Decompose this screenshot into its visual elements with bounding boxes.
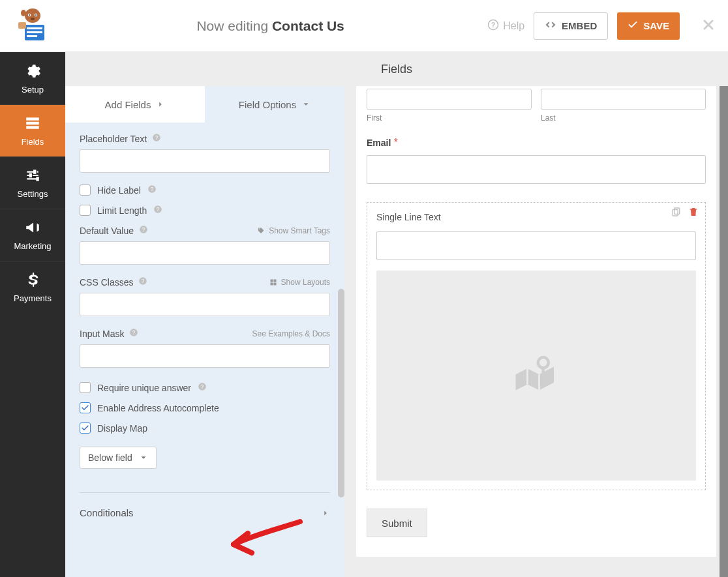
svg-rect-33: [273, 282, 276, 285]
selected-field-label: Single Line Text: [376, 212, 696, 222]
svg-rect-10: [27, 35, 37, 37]
svg-text:?: ?: [142, 278, 145, 284]
last-sublabel: Last: [541, 113, 706, 123]
editing-title: Now editing Contact Us: [53, 18, 487, 34]
save-button[interactable]: SAVE: [617, 12, 680, 40]
form-preview: First Last Email * Single Line Text: [344, 86, 728, 577]
svg-point-0: [25, 8, 40, 23]
check-icon: [628, 20, 638, 32]
panel-tabs: Add Fields Field Options: [65, 86, 344, 123]
nav-label-payments: Payments: [14, 293, 52, 303]
duplicate-icon[interactable]: [671, 207, 682, 217]
row-hide-label: Hide Label ?: [80, 185, 330, 196]
chevron-right-icon: [321, 509, 330, 518]
require-unique-text: Require unique answer: [97, 383, 191, 393]
conditionals-section[interactable]: Conditionals: [80, 493, 330, 525]
enable-autocomplete-checkbox[interactable]: [80, 402, 91, 413]
panel-scrollbar[interactable]: [338, 289, 344, 497]
nav-item-settings[interactable]: Settings: [0, 156, 65, 209]
submit-button[interactable]: Submit: [367, 509, 427, 537]
preview-scrollbar[interactable]: [720, 86, 728, 577]
nav-item-marketing[interactable]: Marketing: [0, 209, 65, 261]
css-classes-input[interactable]: [80, 293, 330, 316]
options-panel: Add Fields Field Options Placeholder Tex…: [65, 86, 344, 577]
show-smart-tags-link[interactable]: Show Smart Tags: [257, 226, 330, 235]
show-layouts-link[interactable]: Show Layouts: [269, 278, 330, 287]
help-icon[interactable]: ?: [139, 225, 148, 236]
row-placeholder-text: Placeholder Text ?: [80, 133, 330, 173]
svg-text:?: ?: [155, 135, 159, 141]
enable-autocomplete-text: Enable Address Autocomplete: [97, 403, 219, 413]
tab-add-fields-label: Add Fields: [105, 99, 151, 110]
examples-docs-link[interactable]: See Examples & Docs: [252, 329, 330, 338]
nav-item-payments[interactable]: Payments: [0, 261, 65, 313]
editing-prefix: Now editing: [196, 18, 268, 33]
default-value-input[interactable]: [80, 241, 330, 265]
input-mask-input[interactable]: [80, 344, 330, 368]
help-icon: ?: [487, 19, 499, 33]
svg-point-3: [29, 14, 30, 16]
work-body: Add Fields Field Options Placeholder Tex…: [65, 86, 728, 577]
tab-field-options[interactable]: Field Options: [205, 86, 344, 123]
help-icon[interactable]: ?: [138, 276, 147, 288]
help-icon[interactable]: ?: [153, 205, 162, 216]
svg-rect-31: [273, 279, 276, 282]
row-limit-length: Limit Length ?: [80, 205, 330, 216]
display-map-checkbox[interactable]: [80, 422, 91, 434]
trash-icon[interactable]: [688, 207, 699, 217]
svg-point-5: [31, 18, 35, 20]
svg-text:?: ?: [132, 330, 136, 336]
smart-tags-label: Show Smart Tags: [269, 226, 330, 235]
selected-field-block[interactable]: Single Line Text: [367, 202, 706, 490]
help-label: Help: [503, 20, 524, 32]
row-require-unique: Require unique answer ?: [80, 382, 330, 393]
main-area: Setup Fields Settings Marketing Payments…: [0, 52, 728, 577]
email-input[interactable]: [367, 155, 706, 184]
row-input-mask: Input Mask ? See Examples & Docs: [80, 328, 330, 368]
display-map-text: Display Map: [97, 423, 147, 434]
help-icon[interactable]: ?: [198, 382, 207, 393]
conditionals-label: Conditionals: [80, 507, 134, 518]
row-css-classes: CSS Classes ? Show Layouts: [80, 276, 330, 316]
work-header: Fields: [65, 52, 728, 86]
help-link[interactable]: ? Help: [487, 19, 524, 33]
save-label: SAVE: [643, 20, 669, 31]
input-mask-label: Input Mask: [80, 329, 124, 339]
tab-add-fields[interactable]: Add Fields: [65, 86, 205, 123]
limit-length-checkbox[interactable]: [80, 205, 91, 216]
svg-text:?: ?: [151, 186, 154, 192]
limit-length-text: Limit Length: [97, 205, 147, 216]
embed-label: EMBED: [562, 20, 597, 31]
hide-label-checkbox[interactable]: [80, 185, 91, 196]
map-position-select[interactable]: Below field: [80, 447, 157, 469]
close-button[interactable]: [701, 17, 716, 35]
form-card: First Last Email * Single Line Text: [356, 86, 716, 557]
name-field-group: First Last: [367, 89, 706, 123]
first-sublabel: First: [367, 113, 532, 123]
default-value-label: Default Value: [80, 226, 134, 236]
last-name-input[interactable]: [541, 89, 706, 110]
field-actions: [671, 207, 699, 217]
nav-item-setup[interactable]: Setup: [0, 52, 65, 104]
nav-label-marketing: Marketing: [14, 241, 51, 251]
map-icon: [507, 346, 566, 405]
svg-rect-9: [27, 31, 42, 33]
first-name-input[interactable]: [367, 89, 532, 110]
svg-rect-19: [36, 177, 38, 181]
placeholder-text-input[interactable]: [80, 149, 330, 173]
email-label: Email: [367, 138, 391, 148]
tab-field-options-label: Field Options: [239, 99, 296, 110]
svg-rect-14: [26, 117, 39, 120]
help-icon[interactable]: ?: [129, 328, 138, 339]
chevron-right-icon: [156, 100, 165, 109]
svg-rect-39: [673, 210, 678, 216]
map-placeholder: [376, 271, 696, 481]
single-line-text-input[interactable]: [376, 231, 696, 260]
nav-item-fields[interactable]: Fields: [0, 104, 65, 156]
help-icon[interactable]: ?: [152, 133, 161, 144]
tag-icon: [257, 227, 265, 235]
require-unique-checkbox[interactable]: [80, 382, 91, 393]
help-icon[interactable]: ?: [147, 185, 157, 196]
embed-button[interactable]: EMBED: [534, 12, 608, 40]
row-display-map: Display Map: [80, 422, 330, 434]
